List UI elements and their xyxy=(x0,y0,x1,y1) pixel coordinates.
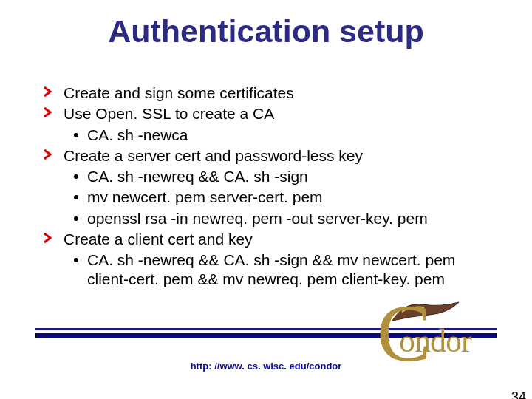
sub-bullet-text: CA. sh -newreq && CA. sh -sign && mv new… xyxy=(87,251,455,287)
sub-bullet-text: mv newcert. pem server-cert. pem xyxy=(87,188,323,205)
bullet-item: Create a server cert and password-less k… xyxy=(43,146,495,166)
bullet-text: Create and sign some certificates xyxy=(64,84,294,101)
thick-rule xyxy=(35,332,497,338)
sub-bullet-text: CA. sh -newreq && CA. sh -sign xyxy=(87,168,308,185)
sub-bullet-item: CA. sh -newreq && CA. sh -sign && mv new… xyxy=(43,250,495,290)
bullet-item: Create and sign some certificates xyxy=(43,83,495,103)
dot-icon xyxy=(74,133,78,137)
page-number: 34 xyxy=(511,389,526,399)
slide-title: Authentication setup xyxy=(0,13,532,50)
dot-icon xyxy=(74,216,78,221)
sub-bullet-item: openssl rsa -in newreq. pem -out server-… xyxy=(43,209,495,228)
slide: Authentication setup Create and sign som… xyxy=(0,13,532,399)
bullet-text: Create a server cert and password-less k… xyxy=(64,147,363,164)
sub-bullet-item: mv newcert. pem server-cert. pem xyxy=(43,188,495,207)
eagle-head-icon xyxy=(389,299,463,328)
chevron-icon xyxy=(43,149,53,160)
bullet-text: Use Open. SSL to create a CA xyxy=(64,105,274,122)
chevron-icon xyxy=(43,106,53,118)
condor-logo: C ondor xyxy=(381,297,514,386)
sub-bullet-item: CA. sh -newreq && CA. sh -sign xyxy=(43,167,495,186)
dot-icon xyxy=(74,258,78,262)
dot-icon xyxy=(74,195,78,200)
thin-rule xyxy=(35,328,497,330)
footer-url: http: //www. cs. wisc. edu/condor xyxy=(0,361,532,372)
bullet-item: Create a client cert and key xyxy=(43,230,495,249)
sub-bullet-text: CA. sh -newca xyxy=(87,126,188,143)
bullet-item: Use Open. SSL to create a CA xyxy=(43,104,495,123)
sub-bullet-text: openssl rsa -in newreq. pem -out server-… xyxy=(87,210,428,227)
chevron-icon xyxy=(43,86,53,98)
chevron-icon xyxy=(43,232,53,244)
dot-icon xyxy=(74,174,78,179)
sub-bullet-item: CA. sh -newca xyxy=(43,126,495,145)
slide-content: Create and sign some certificates Use Op… xyxy=(43,83,495,291)
bullet-text: Create a client cert and key xyxy=(64,231,253,248)
divider-group xyxy=(0,328,532,338)
